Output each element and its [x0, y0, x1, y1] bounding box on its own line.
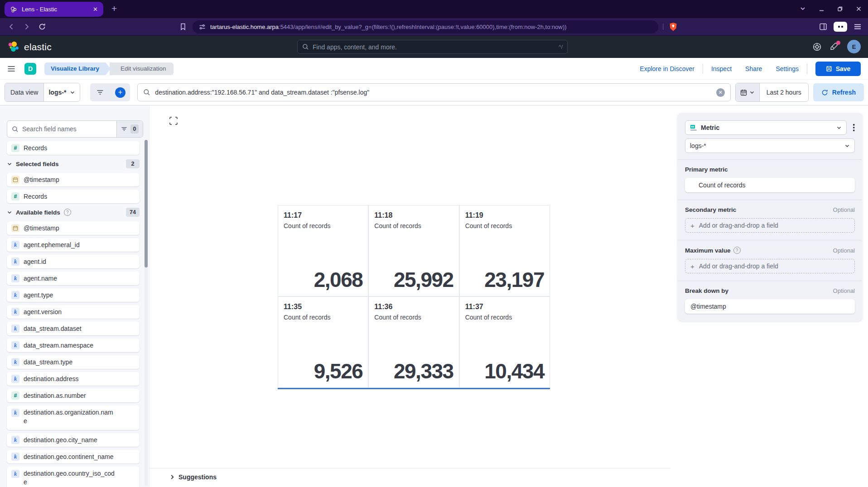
- secondary-metric-drop-target[interactable]: + Add or drag-and-drop a field: [685, 218, 855, 233]
- keyword-field-icon: k: [11, 241, 19, 249]
- field-item[interactable]: #Records: [7, 190, 140, 203]
- filter-menu-button[interactable]: [90, 89, 110, 95]
- date-field-icon: [11, 176, 19, 184]
- settings-link[interactable]: Settings: [776, 65, 799, 72]
- field-item[interactable]: @timestamp: [7, 173, 140, 186]
- field-search-input[interactable]: Search field names 0: [7, 120, 143, 138]
- add-filter-button[interactable]: +: [110, 87, 130, 98]
- field-item[interactable]: #destination.as.number: [7, 389, 140, 402]
- browser-tab[interactable]: Lens - Elastic ✕: [5, 2, 103, 17]
- field-item[interactable]: kagent.type: [7, 288, 140, 302]
- global-search-input[interactable]: Find apps, content, and more. ^/: [297, 40, 568, 54]
- field-section-header[interactable]: Available fields?74: [7, 207, 140, 218]
- top-navigation-row: D Visualize Library Edit visualization E…: [0, 58, 868, 80]
- minimize-icon[interactable]: [819, 6, 825, 12]
- calendar-icon: [740, 89, 747, 96]
- primary-metric-field[interactable]: Count of records: [685, 178, 855, 192]
- field-item[interactable]: kdata_stream.dataset: [7, 322, 140, 335]
- layer-actions-icon[interactable]: [853, 124, 855, 131]
- info-icon[interactable]: ?: [733, 247, 741, 254]
- maximum-value-drop-target[interactable]: + Add or drag-and-drop a field: [685, 259, 855, 273]
- visualization-workspace: 11:17Count of records2,06811:18Count of …: [149, 105, 670, 487]
- chevron-right-icon: [169, 474, 175, 480]
- break-down-by-field[interactable]: @timestamp: [685, 299, 855, 314]
- new-tab-button[interactable]: +: [111, 4, 117, 13]
- menu-icon[interactable]: [854, 23, 862, 31]
- space-badge[interactable]: D: [24, 63, 36, 75]
- address-bar[interactable]: tartarus-elastic.home.arpa:5443/app/lens…: [193, 20, 658, 33]
- elastic-logo[interactable]: elastic: [7, 41, 52, 53]
- tab-search-chevron-icon[interactable]: [800, 5, 806, 12]
- restore-icon[interactable]: [837, 6, 843, 12]
- field-name: destination.address: [24, 375, 78, 382]
- window-controls: [800, 5, 862, 12]
- query-input[interactable]: destination.address:"192.168.56.71" and …: [137, 83, 730, 101]
- field-item[interactable]: kagent.name: [7, 272, 140, 285]
- newsfeed-button[interactable]: [830, 42, 839, 52]
- url-domain: tartarus-elastic.home.arpa: [210, 24, 279, 30]
- suggestions-toggle[interactable]: Suggestions: [169, 473, 670, 481]
- suggestions-label: Suggestions: [178, 473, 217, 481]
- breadcrumb-visualize-library[interactable]: Visualize Library: [44, 62, 106, 75]
- field-filter-button[interactable]: 0: [116, 121, 143, 137]
- save-button[interactable]: Save: [815, 62, 861, 76]
- reload-icon[interactable]: [38, 23, 46, 31]
- field-name: destination.geo.country_iso_code: [24, 469, 116, 487]
- field-item[interactable]: kdestination.address: [7, 372, 140, 386]
- tile-time: 11:18: [374, 211, 453, 220]
- bookmarks-icon[interactable]: [179, 23, 187, 31]
- site-settings-icon[interactable]: [199, 24, 206, 30]
- refresh-button[interactable]: Refresh: [813, 83, 864, 101]
- field-item[interactable]: #Records: [7, 141, 140, 155]
- inspect-link[interactable]: Inspect: [711, 65, 732, 72]
- filter-icon: [96, 89, 104, 95]
- sidebar-scrollbar-thumb[interactable]: [145, 140, 148, 267]
- field-item[interactable]: kdestination.geo.city_name: [7, 433, 140, 447]
- data-view-picker[interactable]: Data view logs-*: [5, 83, 80, 102]
- field-item[interactable]: kagent.ephemeral_id: [7, 238, 140, 252]
- tab-close-icon[interactable]: ✕: [93, 6, 98, 12]
- explore-in-discover-link[interactable]: Explore in Discover: [640, 65, 694, 72]
- nav-menu-icon[interactable]: [7, 65, 15, 73]
- field-item[interactable]: kdestination.as.organization.name: [7, 406, 140, 430]
- close-icon[interactable]: [856, 6, 862, 12]
- help-icon[interactable]: [812, 42, 822, 52]
- time-range-picker[interactable]: Last 2 hours: [735, 83, 809, 102]
- share-link[interactable]: Share: [745, 65, 762, 72]
- back-icon[interactable]: [7, 23, 15, 31]
- tile-value: 29,333: [394, 359, 453, 383]
- field-item[interactable]: kagent.id: [7, 255, 140, 268]
- sidebar-toggle-icon[interactable]: [819, 23, 827, 31]
- field-name: @timestamp: [24, 224, 59, 232]
- brave-shield-icon[interactable]: [669, 22, 677, 32]
- tab-title: Lens - Elastic: [22, 6, 93, 13]
- field-section-header[interactable]: Selected fields2: [7, 158, 140, 169]
- field-item[interactable]: kdestination.geo.continent_name: [7, 450, 140, 463]
- field-item[interactable]: @timestamp: [7, 221, 140, 235]
- suggestions-panel: Suggestions: [149, 468, 670, 481]
- metric-tile: 11:17Count of records2,068: [278, 205, 368, 296]
- keyword-field-icon: k: [11, 291, 19, 299]
- user-avatar[interactable]: E: [847, 40, 861, 53]
- forward-icon[interactable]: [23, 23, 31, 31]
- tile-value: 23,197: [484, 267, 544, 292]
- layer-data-view-select[interactable]: logs-*: [685, 138, 855, 153]
- time-range-value[interactable]: Last 2 hours: [760, 83, 808, 101]
- field-name: data_stream.namespace: [24, 342, 93, 349]
- date-picker-button[interactable]: [736, 83, 760, 101]
- field-section-label: Available fields: [16, 209, 60, 216]
- field-item[interactable]: kagent.version: [7, 305, 140, 319]
- clear-query-icon[interactable]: ✕: [716, 88, 725, 97]
- chart-type-select[interactable]: Metric: [685, 120, 847, 135]
- optional-badge: Optional: [833, 206, 855, 213]
- data-view-value[interactable]: logs-*: [44, 83, 80, 101]
- wallet-extension-icon[interactable]: [834, 22, 847, 32]
- keyword-field-icon: k: [11, 453, 19, 461]
- chevron-down-icon: [749, 90, 755, 95]
- field-item[interactable]: kdata_stream.namespace: [7, 339, 140, 352]
- fit-to-frame-icon[interactable]: [169, 116, 178, 125]
- field-name: agent.ephemeral_id: [24, 241, 80, 248]
- metric-tile: 11:35Count of records9,526: [278, 297, 368, 387]
- field-item[interactable]: kdata_stream.type: [7, 355, 140, 369]
- field-item[interactable]: kdestination.geo.country_iso_code: [7, 467, 140, 487]
